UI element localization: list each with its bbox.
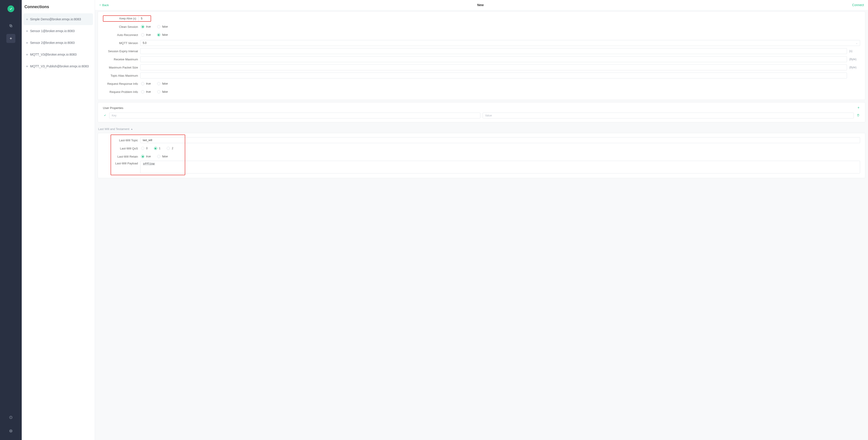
keep-alive-input[interactable] [138, 16, 150, 21]
lwt-retain-true[interactable]: true [141, 154, 151, 159]
back-button[interactable]: Back [98, 2, 110, 8]
sidebar-item-sensor-2[interactable]: Sensor 2@broker.emqx.io:8083 [24, 37, 93, 49]
rail-settings-button[interactable] [6, 427, 16, 436]
sidebar-item-simple-demo[interactable]: Simple Demo@broker.emqx.io:8083 [24, 13, 93, 25]
lwt-qos-1[interactable]: 1 [154, 146, 161, 151]
mqtt-version-value: 5.0 [143, 41, 147, 44]
sidebar-item-mqtt-v3-publish[interactable]: MQTT_V3_Publish@broker.emqx.io:8083 [24, 60, 93, 72]
clean-session-false[interactable]: false [157, 24, 168, 30]
lwt-payload-value: offline [143, 162, 155, 165]
session-expiry-unit: (s) [849, 50, 860, 53]
lwt-topic-input[interactable] [140, 137, 860, 143]
req-problem-true[interactable]: true [141, 89, 151, 95]
add-property-button[interactable] [857, 105, 860, 111]
topic-alias-input[interactable] [140, 72, 847, 78]
property-value-input[interactable] [483, 113, 854, 119]
sidebar-item-label: Simple Demo@broker.emqx.io:8083 [30, 18, 81, 21]
auto-reconnect-label: Auto Reconnect [103, 33, 138, 37]
user-properties-panel: User Properties [98, 102, 865, 122]
sidebar-item-sensor-1[interactable]: Sensor 1@broker.emqx.io:8083 [24, 25, 93, 37]
receive-max-label: Receive Maximum [103, 58, 138, 61]
form-scroll[interactable]: Keep Alive (s) Clean Session true false [95, 10, 868, 440]
receive-max-unit: (Byte) [849, 58, 860, 61]
user-properties-title: User Properties [103, 106, 123, 109]
sidebar-item-label: Sensor 1@broker.emqx.io:8083 [30, 29, 74, 33]
chevron-down-icon: ⌄ [856, 42, 858, 44]
status-dot-icon [26, 66, 28, 67]
main-area: Back New Connect Keep Alive (s) [95, 0, 868, 440]
radio-icon [157, 90, 160, 93]
check-icon [103, 114, 107, 117]
lwt-retain-label: Last-Will Retain [103, 155, 138, 158]
sidebar: Connections Simple Demo@broker.emqx.io:8… [22, 0, 95, 440]
session-expiry-input[interactable] [140, 48, 847, 54]
connect-button[interactable]: Connect [851, 2, 865, 8]
back-label: Back [102, 3, 109, 7]
advanced-settings-panel: Keep Alive (s) Clean Session true false [98, 11, 865, 100]
property-key-input[interactable] [109, 113, 480, 119]
radio-icon [157, 155, 160, 158]
radio-icon [157, 33, 160, 36]
radio-icon [141, 33, 144, 36]
clean-session-label: Clean Session [103, 25, 138, 29]
status-dot-icon [26, 42, 28, 44]
lwt-section-title: Last Will and Testament [98, 127, 129, 131]
page-title: New [110, 3, 851, 7]
radio-icon [154, 147, 157, 150]
lwt-panel: Last-Will Topic Last-Will QoS 0 1 2 Last… [98, 133, 865, 178]
sidebar-item-label: MQTT_V3_Publish@broker.emqx.io:8083 [30, 64, 89, 68]
lwt-qos-label: Last-Will QoS [103, 147, 138, 150]
max-packet-input[interactable] [140, 64, 847, 70]
rail-copy-button[interactable] [6, 21, 16, 30]
radio-icon [157, 25, 160, 28]
lwt-qos-2[interactable]: 2 [167, 146, 173, 151]
receive-max-input[interactable] [140, 56, 847, 62]
topic-alias-label: Topic Alias Maximum [103, 74, 138, 77]
rail-add-button[interactable] [6, 34, 16, 43]
chevron-up-icon: ▲ [131, 128, 133, 130]
main-header: Back New Connect [95, 0, 868, 10]
app-logo [7, 5, 14, 12]
user-property-row [103, 113, 860, 119]
lwt-retain-false[interactable]: false [157, 154, 168, 159]
nav-rail [0, 0, 22, 440]
radio-icon [141, 82, 144, 85]
auto-reconnect-true[interactable]: true [141, 32, 151, 38]
lwt-topic-label: Last-Will Topic [103, 138, 138, 142]
trash-icon [857, 114, 860, 117]
lwt-qos-0[interactable]: 0 [141, 146, 148, 151]
req-problem-label: Request Problem Info [103, 90, 138, 94]
radio-icon [141, 155, 144, 158]
svg-point-5 [10, 431, 11, 431]
req-response-false[interactable]: false [157, 81, 168, 87]
app-root: Connections Simple Demo@broker.emqx.io:8… [0, 0, 868, 440]
session-expiry-label: Session Expiry Interval [103, 50, 138, 53]
keep-alive-label: Keep Alive (s) [103, 17, 138, 20]
lwt-qos-radio-group: 0 1 2 [140, 146, 860, 151]
req-problem-false[interactable]: false [157, 89, 168, 95]
sidebar-item-mqtt-v3[interactable]: MQTT_V3@broker.emqx.io:8083 [24, 49, 93, 60]
mqtt-version-label: MQTT Version [103, 41, 138, 45]
lwt-payload-input[interactable]: offline [140, 161, 860, 174]
status-dot-icon [26, 30, 28, 32]
status-dot-icon [26, 54, 28, 55]
max-packet-label: Maximum Packet Size [103, 66, 138, 69]
sidebar-item-label: Sensor 2@broker.emqx.io:8083 [30, 41, 74, 44]
lwt-payload-label: Last-Will Payload [103, 161, 138, 165]
keep-alive-highlight: Keep Alive (s) [103, 15, 151, 22]
lwt-retain-radio-group: true false [140, 154, 860, 159]
delete-property-button[interactable] [856, 114, 860, 117]
radio-icon [141, 25, 144, 28]
clean-session-true[interactable]: true [141, 24, 151, 30]
auto-reconnect-false[interactable]: false [157, 32, 168, 38]
radio-icon [157, 82, 160, 85]
lwt-section-toggle[interactable]: Last Will and Testament ▲ [95, 125, 868, 132]
req-response-label: Request Response Info [103, 82, 138, 86]
rail-info-button[interactable] [6, 413, 16, 422]
req-response-true[interactable]: true [141, 81, 151, 87]
req-response-radio-group: true false [140, 81, 860, 87]
auto-reconnect-radio-group: true false [140, 32, 860, 38]
status-dot-icon [26, 19, 28, 20]
mqtt-version-select[interactable]: 5.0 ⌄ [140, 40, 860, 46]
sidebar-title: Connections [24, 4, 93, 13]
